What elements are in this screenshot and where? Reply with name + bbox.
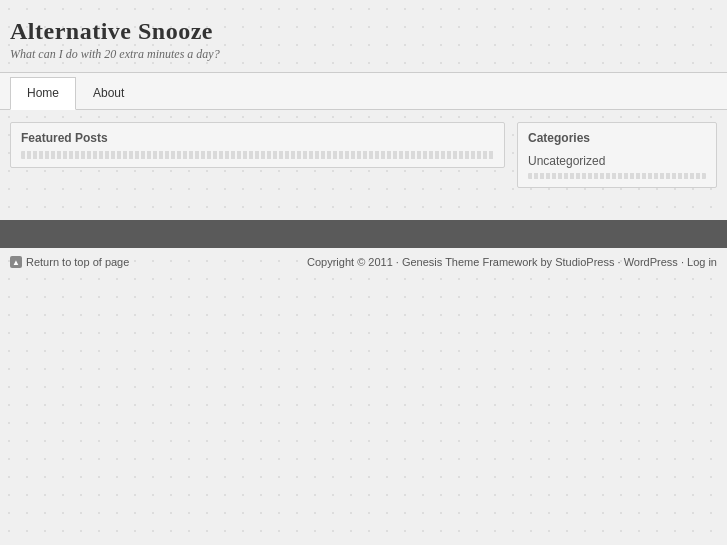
category-uncategorized[interactable]: Uncategorized bbox=[528, 153, 706, 169]
tab-home[interactable]: Home bbox=[10, 77, 76, 110]
site-tagline: What can I do with 20 extra minutes a da… bbox=[10, 47, 717, 62]
arrow-up-icon: ▲ bbox=[10, 256, 22, 268]
categories-widget: Categories Uncategorized bbox=[517, 122, 717, 188]
footer-bottom: ▲ Return to top of page Copyright © 2011… bbox=[0, 248, 727, 276]
tab-about[interactable]: About bbox=[76, 77, 141, 109]
main-column: Featured Posts bbox=[10, 122, 505, 188]
sidebar: Categories Uncategorized bbox=[517, 122, 717, 188]
site-title: Alternative Snooze bbox=[10, 18, 717, 45]
sidebar-divider bbox=[528, 173, 706, 179]
footer-copyright: Copyright © 2011 · Genesis Theme Framewo… bbox=[307, 256, 717, 268]
footer-bar bbox=[0, 220, 727, 248]
site-nav: Home About bbox=[0, 72, 727, 110]
copyright-text: Copyright © 2011 · Genesis Theme Framewo… bbox=[307, 256, 717, 268]
content-area: Featured Posts Categories Uncategorized bbox=[0, 110, 727, 200]
return-to-top-label: Return to top of page bbox=[26, 256, 129, 268]
featured-posts-content-line bbox=[21, 151, 494, 159]
featured-posts-widget: Featured Posts bbox=[10, 122, 505, 168]
categories-title: Categories bbox=[528, 131, 706, 145]
featured-posts-title: Featured Posts bbox=[21, 131, 494, 145]
site-header: Alternative Snooze What can I do with 20… bbox=[0, 0, 727, 72]
return-to-top-link[interactable]: ▲ Return to top of page bbox=[10, 256, 129, 268]
